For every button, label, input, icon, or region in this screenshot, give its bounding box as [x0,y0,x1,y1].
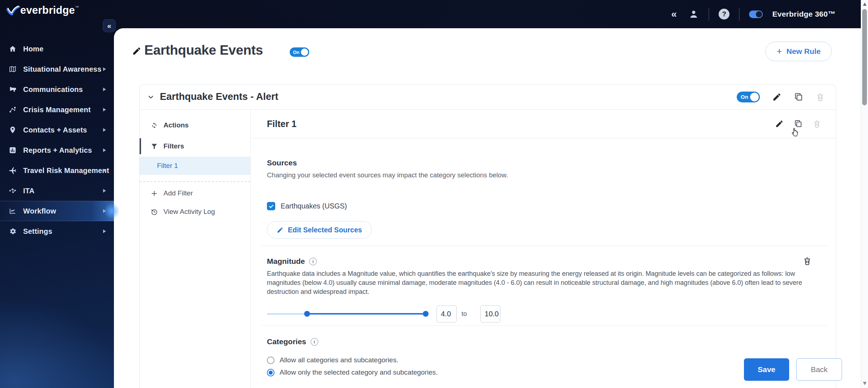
magnitude-description: Earthquake data includes a Magnitude val… [267,269,807,296]
alert-status-toggle[interactable]: On [737,92,760,102]
edit-title-icon[interactable] [132,46,141,56]
sync-icon [150,121,158,130]
page-header: Earthquake Events On + New Rule [114,28,861,72]
filter-panel: Filter 1 [251,110,836,388]
main-content: Earthquake Events On + New Rule Earthqua… [114,28,861,388]
network-icon [8,186,17,195]
rule-status-toggle[interactable]: On [290,47,309,57]
view-activity-log-button[interactable]: View Activity Log [140,204,250,220]
map-icon [8,64,17,74]
magnitude-slider[interactable] [267,311,428,317]
info-icon[interactable]: i [311,338,318,346]
screen: « ? Everbridge 360™ everbridge ™ « Home [0,0,868,388]
pencil-icon [277,227,284,233]
everbridge-logo: everbridge ™ [6,4,79,17]
nav-filter-1[interactable]: Filter 1 [140,157,250,175]
sources-heading: Sources [267,159,836,167]
collapse-card-chevron-icon[interactable] [148,94,154,100]
crisis-nodes-icon [8,105,17,114]
sidebar-nav: Home Situational Awareness Communication… [0,39,114,241]
chevron-right-icon [103,108,106,111]
edit-rule-icon[interactable] [772,92,782,102]
to-label: to [461,310,467,318]
topbar-divider [739,8,740,21]
chevron-right-icon [103,209,106,213]
home-icon [8,44,17,54]
chevron-right-icon [103,169,106,172]
magnitude-slider-row: to [267,305,836,322]
sidebar-item-settings[interactable]: Settings [0,221,114,241]
megaphone-icon [8,85,17,94]
categories-heading: Categories [267,337,306,346]
chevron-right-icon [103,88,106,91]
radio-unselected[interactable] [267,357,275,364]
new-rule-button[interactable]: + New Rule [765,42,832,61]
history-icon [150,207,158,216]
rule-card-title: Earthquake Events - Alert [160,91,278,102]
filter-title: Filter 1 [267,119,297,129]
magnitude-min-input[interactable] [437,305,457,322]
sidebar-item-communications[interactable]: Communications [0,79,114,100]
sidebar-item-workflow[interactable]: Workflow [0,201,114,221]
rule-card: Earthquake Events - Alert On [139,84,836,388]
duplicate-filter-icon[interactable] [794,119,803,128]
sidebar-item-travel-risk[interactable]: Travel Risk Management [0,160,114,181]
sources-description: Changing your selected event sources may… [267,170,836,180]
airplane-icon [8,166,17,175]
sidebar-item-contacts-assets[interactable]: Contacts + Assets [0,120,114,140]
chevron-right-icon [103,189,106,193]
edit-filter-icon[interactable] [775,119,784,128]
bar-chart-icon [8,146,17,155]
nav-filters[interactable]: Filters [140,138,250,154]
rule-inner-nav: Actions Filters Filter 1 [140,110,251,388]
sidebar-collapse-button[interactable]: « [103,19,116,32]
scrollbar-thumb[interactable] [862,9,867,105]
nav-divider [140,181,250,182]
sidebar-item-ita[interactable]: ITA [0,181,114,201]
line-chart-icon [8,206,17,216]
user-account-icon[interactable] [688,9,699,20]
filter-panel-header: Filter 1 [251,110,836,138]
chevron-right-icon [103,128,106,132]
everbridge-360-toggle[interactable] [749,10,763,18]
page-title: Earthquake Events [144,43,263,58]
topbar-divider [709,8,709,21]
scrollbar-up-arrow[interactable] [863,3,867,6]
chevron-right-icon [103,229,106,233]
page-scrollbar[interactable] [861,0,868,388]
earthquakes-usgs-checkbox[interactable] [267,202,275,210]
top-bar: « ? Everbridge 360™ [0,0,861,28]
chevron-right-icon [103,148,106,152]
edit-selected-sources-button[interactable]: Edit Selected Sources [267,221,372,239]
sidebar-item-reports-analytics[interactable]: Reports + Analytics [0,140,114,160]
sidebar-item-home[interactable]: Home [0,39,114,59]
sources-section: Sources Changing your selected event sou… [267,159,836,239]
sidebar-item-crisis-management[interactable]: Crisis Management [0,100,114,120]
magnitude-heading: Magnitude [267,257,305,266]
help-icon[interactable]: ? [719,9,729,20]
info-icon[interactable]: i [309,258,317,265]
slider-max-handle[interactable] [423,311,429,317]
add-filter-button[interactable]: Add Filter [140,185,250,201]
slider-min-handle[interactable] [304,311,310,317]
magnitude-section: Magnitude i Earthquake data includes a M… [267,257,836,322]
section-divider [261,325,828,326]
duplicate-rule-icon[interactable] [794,92,803,102]
delete-filter-icon[interactable] [813,119,821,128]
gear-icon [8,227,17,236]
radio-selected[interactable] [267,369,275,376]
back-button[interactable]: Back [796,358,842,381]
section-divider [261,246,828,246]
plus-icon: + [776,46,782,56]
delete-rule-icon[interactable] [816,92,825,102]
sidebar-item-situational-awareness[interactable]: Situational Awareness [0,59,114,79]
nav-actions[interactable]: Actions [140,117,250,133]
delete-magnitude-icon[interactable] [803,256,812,266]
save-button[interactable]: Save [744,358,789,381]
sidebar: everbridge ™ « Home Situational Awarenes… [0,0,114,388]
magnitude-max-input[interactable] [480,305,501,322]
scrollbar-down-arrow[interactable] [863,382,867,385]
plus-icon [150,189,158,198]
collapse-panel-icon[interactable]: « [671,8,677,20]
chevron-right-icon [103,67,106,71]
